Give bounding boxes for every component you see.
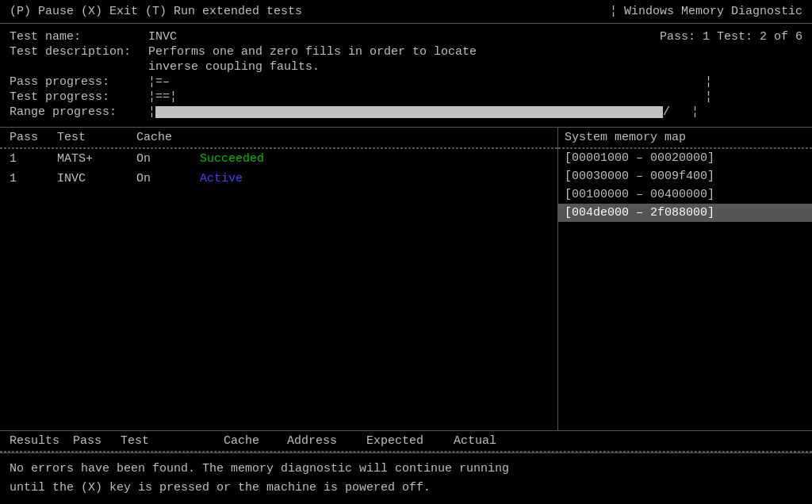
range-progress-row: Range progress: ¦/ ¦ [10, 105, 802, 119]
row2-test: INVC [57, 172, 136, 185]
col-pass-header: Pass [10, 131, 57, 144]
memory-entry: [00100000 – 00400000] [558, 185, 812, 204]
memory-map-entries: [00001000 – 00020000] [00030000 – 0009f4… [558, 149, 812, 430]
table-row: 1 MATS+ On Succeeded [0, 149, 557, 169]
pass-info: Pass: 1 Test: 2 of 6 [660, 30, 802, 44]
test-name-label: Test name: [10, 30, 148, 44]
test-description-continuation: inverse coupling faults. [10, 60, 802, 74]
test-progress-value: ¦==¦ ¦ [148, 90, 802, 104]
memory-entry: [00030000 – 0009f400] [558, 167, 812, 185]
col-status-header [200, 131, 548, 144]
pass-progress-row: Pass progress: ¦=– ¦ [10, 75, 802, 89]
col-expected-results-header: Expected [366, 434, 454, 448]
main-content: Pass Test Cache 1 MATS+ On Succeeded 1 I… [0, 128, 812, 431]
left-panel: Pass Test Cache 1 MATS+ On Succeeded 1 I… [0, 128, 558, 430]
row2-cache: On [136, 172, 200, 185]
test-name-row: Test name: INVC Pass: 1 Test: 2 of 6 [10, 30, 802, 44]
pass-progress-label: Pass progress: [10, 75, 148, 89]
col-test-header: Test [57, 131, 136, 144]
col-address-results-header: Address [287, 434, 366, 448]
header-title: ¦ Windows Memory Diagnostic [610, 5, 802, 18]
col-test-results-header: Test [121, 434, 224, 448]
row1-status: Succeeded [200, 152, 548, 166]
row1-cache: On [136, 152, 200, 166]
info-section: Test name: INVC Pass: 1 Test: 2 of 6 Tes… [0, 24, 812, 128]
status-message: No errors have been found. The memory di… [0, 453, 812, 504]
right-panel: System memory map [00001000 – 00020000] … [558, 128, 812, 430]
status-line2: until the (X) key is pressed or the mach… [10, 479, 802, 498]
screen: (P) Pause (X) Exit (T) Run extended test… [0, 0, 812, 504]
row2-status: Active [200, 172, 548, 185]
status-line1: No errors have been found. The memory di… [10, 460, 802, 479]
pass-progress-value: ¦=– ¦ [148, 75, 802, 89]
col-pass-results-header: Pass [73, 434, 121, 448]
memory-entry-selected: [004de000 – 2f088000] [558, 204, 812, 222]
header-controls[interactable]: (P) Pause (X) Exit (T) Run extended test… [10, 5, 302, 18]
memory-entry: [00001000 – 00020000] [558, 149, 812, 167]
range-progress-label: Range progress: [10, 105, 148, 119]
results-section: Results Pass Test Cache Address Expected… [0, 431, 812, 453]
col-results-header: Results [10, 434, 73, 448]
test-progress-row: Test progress: ¦==¦ ¦ [10, 90, 802, 104]
test-table-header: Pass Test Cache [0, 128, 557, 148]
test-description-label: Test description: [10, 45, 148, 59]
col-actual-results-header: Actual [454, 434, 802, 448]
header-bar: (P) Pause (X) Exit (T) Run extended test… [0, 0, 812, 24]
test-progress-label: Test progress: [10, 90, 148, 104]
range-progress-value: ¦/ ¦ [148, 105, 802, 119]
test-description-row: Test description: Performs one and zero … [10, 45, 802, 59]
row2-pass: 1 [10, 172, 57, 185]
test-name-value: INVC Pass: 1 Test: 2 of 6 [148, 30, 802, 44]
results-header: Results Pass Test Cache Address Expected… [0, 431, 812, 452]
table-row: 1 INVC On Active [0, 169, 557, 189]
col-cache-results-header: Cache [224, 434, 287, 448]
test-description-value: Performs one and zero fills in order to … [148, 45, 802, 59]
row1-pass: 1 [10, 152, 57, 166]
memory-map-header: System memory map [558, 128, 812, 148]
col-cache-header: Cache [136, 131, 200, 144]
row1-test: MATS+ [57, 152, 136, 166]
